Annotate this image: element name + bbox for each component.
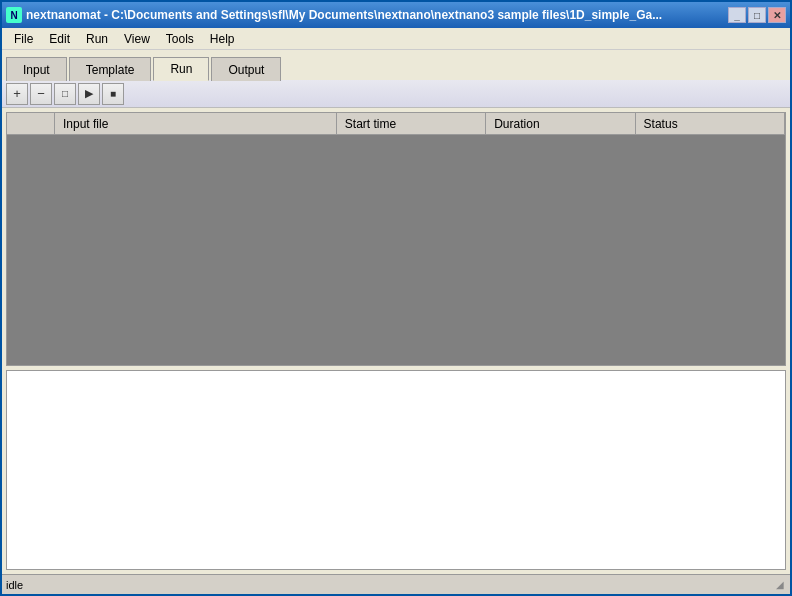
remove-button[interactable]: − [30, 83, 52, 105]
stop-button[interactable]: □ [54, 83, 76, 105]
pause-button[interactable]: ■ [102, 83, 124, 105]
tab-template[interactable]: Template [69, 57, 152, 81]
play-button[interactable]: ▶ [78, 83, 100, 105]
title-bar: N nextnanomat - C:\Documents and Setting… [2, 2, 790, 28]
table-body [7, 135, 785, 365]
minimize-button[interactable]: _ [728, 7, 746, 23]
window-controls: _ □ ✕ [728, 7, 786, 23]
main-window: N nextnanomat - C:\Documents and Setting… [0, 0, 792, 596]
close-button[interactable]: ✕ [768, 7, 786, 23]
tab-bar: Input Template Run Output [2, 50, 790, 80]
status-bar: idle ◢ [2, 574, 790, 594]
menu-view[interactable]: View [116, 30, 158, 48]
col-start-time: Start time [337, 113, 486, 134]
table-header: Input file Start time Duration Status [7, 113, 785, 135]
main-content: Input file Start time Duration Status [2, 108, 790, 574]
add-button[interactable]: + [6, 83, 28, 105]
run-table: Input file Start time Duration Status [6, 112, 786, 366]
col-status: Status [636, 113, 785, 134]
menu-run[interactable]: Run [78, 30, 116, 48]
menu-tools[interactable]: Tools [158, 30, 202, 48]
menu-file[interactable]: File [6, 30, 41, 48]
menu-help[interactable]: Help [202, 30, 243, 48]
app-icon: N [6, 7, 22, 23]
tab-input[interactable]: Input [6, 57, 67, 81]
log-area[interactable] [6, 370, 786, 570]
tab-run[interactable]: Run [153, 57, 209, 81]
resize-grip-icon: ◢ [774, 579, 786, 591]
window-title: nextnanomat - C:\Documents and Settings\… [26, 8, 662, 22]
status-text: idle [6, 579, 23, 591]
tab-output[interactable]: Output [211, 57, 281, 81]
maximize-button[interactable]: □ [748, 7, 766, 23]
col-input-file: Input file [55, 113, 337, 134]
col-rownum [7, 113, 55, 134]
menu-bar: File Edit Run View Tools Help [2, 28, 790, 50]
col-duration: Duration [486, 113, 635, 134]
title-bar-left: N nextnanomat - C:\Documents and Setting… [6, 7, 662, 23]
menu-edit[interactable]: Edit [41, 30, 78, 48]
toolbar: + − □ ▶ ■ [2, 80, 790, 108]
